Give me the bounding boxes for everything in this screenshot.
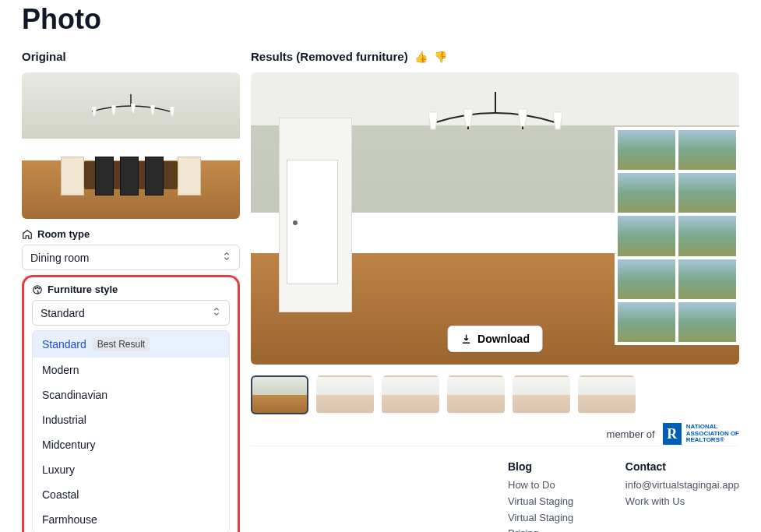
room-type-label: Room type: [22, 228, 240, 240]
furniture-style-option-standard[interactable]: Standard Best Result: [33, 331, 229, 358]
download-button[interactable]: Download: [447, 326, 543, 352]
footer-blog-title: Blog: [508, 460, 579, 473]
svg-point-8: [37, 287, 37, 287]
footer: member of R NATIONAL ASSOCIATION OF REAL…: [251, 446, 739, 532]
member-of-section: member of R NATIONAL ASSOCIATION OF REAL…: [607, 423, 739, 445]
thumbnail-3[interactable]: [382, 375, 439, 414]
svg-marker-1: [92, 107, 97, 116]
door-handle-illustration: [293, 220, 298, 225]
footer-link-email[interactable]: info@virtualstagingai.app: [625, 477, 739, 494]
furniture-style-option-coastal[interactable]: Coastal: [33, 482, 229, 507]
footer-link-staging[interactable]: How to Do Virtual Staging: [508, 477, 579, 510]
thumbnail-5[interactable]: [513, 375, 570, 414]
chandelier-icon: [417, 92, 573, 150]
furniture-style-option-midcentury[interactable]: Midcentury: [33, 432, 229, 457]
furniture-style-value: Standard: [41, 307, 85, 319]
svg-marker-15: [428, 112, 438, 129]
furniture-style-option-luxury[interactable]: Luxury: [33, 457, 229, 482]
home-icon: [22, 229, 33, 240]
thumbs-down-icon[interactable]: 👎: [434, 51, 447, 63]
furniture-style-option-industrial[interactable]: Industrial: [33, 407, 229, 432]
footer-blog-col: Blog How to Do Virtual Staging Virtual S…: [508, 460, 579, 532]
svg-marker-4: [150, 105, 155, 115]
member-of-text: member of: [607, 428, 655, 440]
furniture-style-highlighted-section: Furniture style Standard Standard Best R…: [22, 275, 240, 532]
chevron-up-down-icon: [222, 251, 231, 264]
thumbnail-2[interactable]: [316, 375, 374, 414]
thumbnail-1[interactable]: [251, 375, 308, 414]
chevron-up-down-icon: [212, 306, 221, 319]
palette-icon: [32, 284, 43, 295]
page-title: Photo: [22, 3, 739, 36]
result-thumbnails: [251, 375, 739, 414]
dining-table-illustration: [61, 141, 201, 196]
svg-marker-17: [518, 109, 527, 126]
furniture-style-option-modern[interactable]: Modern: [33, 358, 229, 382]
furniture-style-label: Furniture style: [32, 284, 230, 295]
thumbs-up-icon[interactable]: 👍: [414, 51, 428, 63]
footer-contact-col: Contact info@virtualstagingai.app Work w…: [625, 460, 739, 532]
download-label: Download: [477, 333, 530, 345]
svg-marker-16: [463, 109, 473, 126]
furniture-style-select[interactable]: Standard: [32, 300, 230, 326]
realtor-logo: R NATIONAL ASSOCIATION OF REALTORS®: [663, 423, 739, 445]
footer-link-work[interactable]: Work with Us: [625, 494, 739, 510]
room-type-select[interactable]: Dining room: [22, 245, 240, 270]
results-label: Results (Removed furniture): [251, 50, 408, 63]
download-icon: [460, 333, 471, 344]
svg-marker-3: [131, 104, 136, 113]
result-image: Download: [251, 72, 739, 365]
furniture-style-option-scandinavian[interactable]: Scandinavian: [33, 382, 229, 407]
furniture-style-dropdown: Standard Best Result Modern Scandinavian…: [32, 330, 230, 532]
original-image: [22, 72, 240, 219]
footer-link-pricing[interactable]: Virtual Staging Pricing: [508, 510, 579, 532]
option-label: Standard: [42, 338, 86, 351]
svg-marker-18: [553, 112, 562, 129]
realtor-line3: REALTORS®: [686, 437, 739, 444]
room-type-label-text: Room type: [37, 228, 90, 240]
svg-marker-5: [170, 107, 174, 116]
svg-marker-2: [111, 105, 116, 115]
footer-contact-title: Contact: [625, 460, 739, 473]
thumbnail-6[interactable]: [578, 375, 636, 414]
thumbnail-4[interactable]: [447, 375, 505, 414]
original-label: Original: [22, 50, 240, 63]
realtor-r-icon: R: [663, 423, 682, 445]
best-result-badge: Best Result: [93, 337, 150, 351]
svg-point-7: [35, 287, 36, 288]
room-type-value: Dining room: [30, 252, 89, 264]
french-doors-illustration: [615, 127, 739, 345]
chandelier-icon: [84, 94, 178, 125]
furniture-style-label-text: Furniture style: [48, 284, 118, 295]
svg-point-9: [39, 287, 40, 288]
furniture-style-option-farmhouse[interactable]: Farmhouse: [33, 507, 229, 532]
